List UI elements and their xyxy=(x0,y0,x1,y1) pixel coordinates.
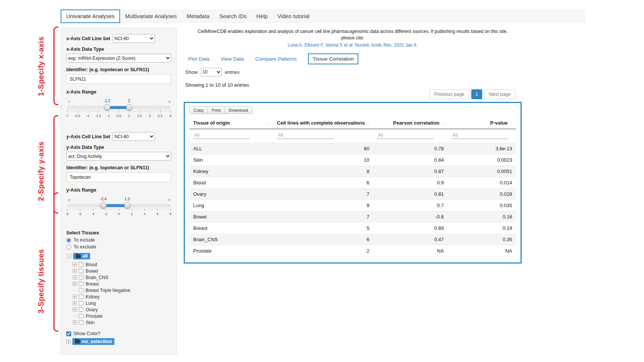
exclude-radio-row[interactable]: To exclude xyxy=(66,244,171,250)
tab-plot-data[interactable]: Plot Data xyxy=(188,56,209,62)
next-page-button[interactable]: Next page xyxy=(484,89,516,99)
collapse-icon[interactable]: − xyxy=(67,254,71,258)
cell-value: 8 xyxy=(273,165,373,177)
table-row-ovary[interactable]: Ovary70.810.028 xyxy=(189,188,516,200)
expand-icon[interactable]: + xyxy=(73,282,77,286)
tissue-tree-root[interactable]: − all xyxy=(67,253,171,259)
tab-tissue-correlation[interactable]: Tissue Correlation xyxy=(308,53,358,64)
tissue-root-chip[interactable]: all xyxy=(73,253,90,259)
nav-item-search-ids[interactable]: Search IDs xyxy=(214,9,252,23)
column-header-tissue-of-origin[interactable]: Tissue of origin↑↓ xyxy=(189,118,273,129)
tissue-item-ovary[interactable]: +Ovary xyxy=(73,306,171,313)
y-cell-line-set-label: y-Axis Cell Line Set xyxy=(66,134,110,139)
leaf-connector xyxy=(73,316,77,316)
table-row-brain-cns[interactable]: Brain_CNS60.470.35 xyxy=(189,234,516,245)
column-header-pearson-correlation[interactable]: Pearson correlation↑↓ xyxy=(373,118,448,129)
range-handle-to[interactable] xyxy=(126,104,132,111)
y-axis-range-slider[interactable]: -88-2.41.3-8-6-4-202468 xyxy=(67,195,170,220)
cell-value: 6 xyxy=(273,234,373,245)
nav-item-multivariate-analyses[interactable]: Multivariate Analyses xyxy=(120,9,181,23)
filter-input-p-value[interactable] xyxy=(452,132,508,139)
tab-compare-patterns[interactable]: Compare Patterns xyxy=(255,56,297,62)
folder-icon xyxy=(76,254,81,258)
filter-input-tissue-of-origin[interactable] xyxy=(193,132,250,139)
tissue-item-label: Ovary xyxy=(86,307,98,312)
table-row-bowel[interactable]: Bowel7-0.60.16 xyxy=(189,211,516,222)
no-selection-chip[interactable]: no_selection xyxy=(72,338,114,345)
nav-item-video-tutorial[interactable]: Video tutorial xyxy=(273,9,314,23)
table-row-kidney[interactable]: Kidney80.870.0051 xyxy=(189,165,516,177)
cell-tissue: Blood xyxy=(189,177,273,188)
table-row-breast[interactable]: Breast50.690.19 xyxy=(189,222,516,234)
filter-input-pearson-correlation[interactable] xyxy=(377,132,434,139)
expand-icon[interactable]: + xyxy=(66,340,70,344)
table-row-lung[interactable]: Lung90.70.035 xyxy=(189,200,516,211)
folder-icon xyxy=(79,308,84,312)
filter-input-cell-lines-with-complete-observations[interactable] xyxy=(277,132,334,139)
include-radio-row[interactable]: To include xyxy=(66,237,171,243)
page-1-button[interactable]: 1 xyxy=(471,89,482,99)
table-row-blood[interactable]: Blood60.90.014 xyxy=(189,177,516,188)
tissue-item-blood[interactable]: +Blood xyxy=(73,261,171,268)
control-sidebar: x-Axis Cell Line Set NCI-60 x-Axis Data … xyxy=(61,28,177,355)
table-row-skin[interactable]: Skin100.840.0023 xyxy=(189,154,516,165)
expand-icon[interactable]: + xyxy=(73,275,77,279)
tissue-item-skin[interactable]: +Skin xyxy=(73,319,171,326)
cell-value: NA xyxy=(448,245,516,256)
show-color-checkbox[interactable] xyxy=(66,331,71,336)
nav-item-metadata[interactable]: Metadata xyxy=(182,9,214,23)
expand-icon[interactable]: + xyxy=(73,307,77,312)
expand-icon[interactable]: + xyxy=(73,320,77,325)
table-row-all[interactable]: ALL600.783.6e-13 xyxy=(189,143,516,154)
expand-icon[interactable]: + xyxy=(73,295,77,299)
table-header-row: Tissue of origin↑↓Cell lines with comple… xyxy=(189,118,516,129)
citation-text: CellMinerCDB enables exploration and ana… xyxy=(184,28,522,41)
nav-item-univariate-analyses[interactable]: Univariate Analyses xyxy=(61,9,120,23)
tissue-item-kidney[interactable]: +Kidney xyxy=(73,293,171,300)
tissue-item-brain-cns[interactable]: +Brain_CNS xyxy=(73,274,171,281)
column-header-p-value[interactable]: P-value↑↓ xyxy=(448,118,516,129)
expand-icon[interactable]: + xyxy=(73,269,77,273)
exclude-radio[interactable] xyxy=(66,245,71,250)
table-row-prostate[interactable]: Prostate2NANA xyxy=(189,245,516,256)
tissue-item-breast[interactable]: +Breast xyxy=(73,281,171,287)
expand-icon[interactable]: + xyxy=(73,262,77,267)
entries-select[interactable]: 10 xyxy=(201,68,222,76)
sort-icon[interactable]: ↑↓ xyxy=(442,121,444,125)
x-axis-range-slider[interactable]: -78-1.22-7-5.5-4-2.5-10.523.556.58 xyxy=(67,97,170,122)
cell-tissue: Kidney xyxy=(189,165,273,177)
top-nav: Univariate AnalysesMultivariate Analyses… xyxy=(61,9,586,23)
copy-button[interactable]: Copy xyxy=(189,106,208,114)
range-handle-from[interactable] xyxy=(104,104,110,111)
tissue-item-breast-triple-negative[interactable]: Breast Triple Negative xyxy=(73,287,171,293)
sort-icon[interactable]: ↑↓ xyxy=(510,121,512,125)
annotation-bracket-tissues xyxy=(53,192,58,332)
tissue-item-prostate[interactable]: Prostate xyxy=(73,313,171,319)
column-header-cell-lines-with-complete-observations[interactable]: Cell lines with complete observations↑↓ xyxy=(273,118,373,129)
show-color-row[interactable]: Show Color? xyxy=(66,331,171,336)
nav-item-help[interactable]: Help xyxy=(252,9,273,23)
cell-value: 0.69 xyxy=(373,222,448,234)
download-button[interactable]: Download xyxy=(225,106,252,114)
range-handle-from[interactable] xyxy=(100,202,106,209)
tissue-item-lung[interactable]: +Lung xyxy=(73,300,171,306)
main-content: CellMinerCDB enables exploration and ana… xyxy=(184,28,522,264)
tab-view-data[interactable]: View Data xyxy=(221,56,244,62)
print-button[interactable]: Print xyxy=(208,106,225,114)
sort-icon[interactable]: ↑↓ xyxy=(267,121,269,125)
citation-link[interactable]: Luna A, Elloumi F, Varma S et al. Nuclei… xyxy=(184,42,522,48)
include-radio[interactable] xyxy=(66,238,71,243)
previous-page-button[interactable]: Previous page xyxy=(429,89,469,99)
x-identifier-input[interactable] xyxy=(66,74,171,84)
y-identifier-input[interactable] xyxy=(66,172,171,182)
x-data-type-select[interactable]: exp: mRNA Expression (Z-Score) xyxy=(66,54,171,62)
showing-entries-text: Showing 1 to 10 of 10 entries xyxy=(185,82,522,88)
expand-icon[interactable]: + xyxy=(73,301,77,305)
x-cell-line-set-select[interactable]: NCI-60 xyxy=(113,34,155,43)
range-handle-to[interactable] xyxy=(124,202,130,209)
sort-icon[interactable]: ↑↓ xyxy=(367,121,369,125)
no-selection-root[interactable]: + no_selection xyxy=(66,338,171,345)
y-data-type-select[interactable]: act: Drug Activity xyxy=(66,152,171,161)
y-cell-line-set-select[interactable]: NCI-60 xyxy=(113,132,155,141)
tissue-item-bowel[interactable]: +Bowel xyxy=(73,268,171,274)
